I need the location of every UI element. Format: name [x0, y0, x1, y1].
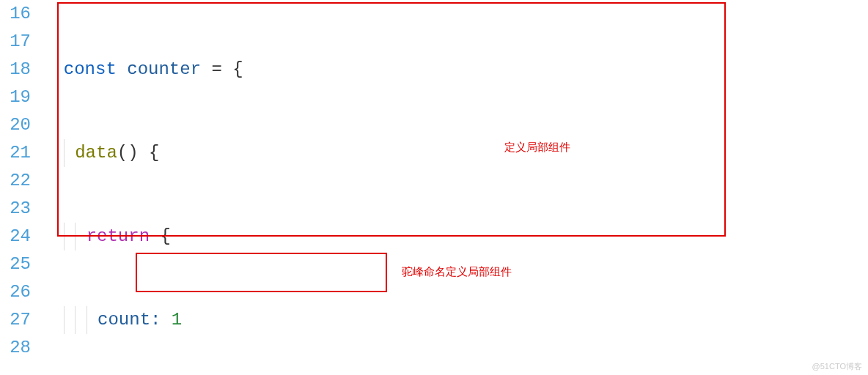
- code-line: return {: [43, 223, 868, 250]
- code-area[interactable]: const counter = { data() { return { coun…: [43, 0, 868, 375]
- annotation-label-2: 驼峰命名定义局部组件: [402, 265, 512, 279]
- line-number: 24: [0, 223, 31, 250]
- line-number: 18: [0, 56, 31, 83]
- line-number: 20: [0, 111, 31, 139]
- line-number: 16: [0, 0, 31, 28]
- line-number-gutter: 16171819202122232425262728: [0, 0, 43, 375]
- line-number: 22: [0, 167, 31, 195]
- code-line: count: 1: [43, 306, 868, 334]
- line-number: 17: [0, 28, 31, 56]
- line-number: 21: [0, 139, 31, 167]
- line-number: 19: [0, 83, 31, 111]
- code-line: const counter = {: [43, 56, 868, 83]
- line-number: 25: [0, 250, 31, 278]
- line-number: 26: [0, 278, 31, 306]
- line-number: 28: [0, 334, 31, 362]
- line-number: 27: [0, 306, 31, 334]
- code-line: data() {: [43, 139, 868, 167]
- code-editor[interactable]: 16171819202122232425262728 const counter…: [0, 0, 868, 375]
- line-number: 23: [0, 195, 31, 223]
- watermark: @51CTO博客: [812, 361, 862, 372]
- annotation-label-1: 定义局部组件: [504, 141, 570, 155]
